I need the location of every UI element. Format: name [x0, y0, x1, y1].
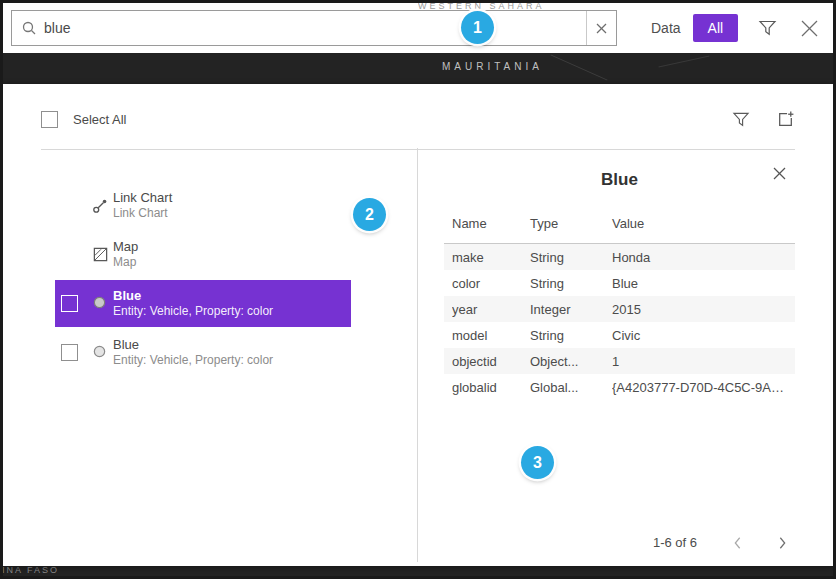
map-label-mauritania: MAURITANIA: [442, 61, 543, 72]
select-all-checkbox[interactable]: [41, 111, 58, 128]
close-search-button[interactable]: [799, 18, 820, 39]
cell-value: 1: [612, 354, 795, 369]
search-toolbar: WESTERN SAHARA Data All: [3, 3, 833, 53]
entity-circle-icon: [92, 344, 107, 359]
chevron-right-icon: [778, 536, 787, 550]
cell-value: Honda: [612, 250, 795, 265]
cell-type: String: [530, 328, 612, 343]
results-filter-button[interactable]: [732, 111, 750, 128]
cell-value: 2015: [612, 302, 795, 317]
item-subtitle: Map: [113, 255, 138, 270]
filter-icon: [732, 111, 750, 128]
list-item-text: Link Chart Link Chart: [113, 189, 172, 221]
details-panel: Blue Name Type Value make String Honda: [418, 148, 795, 566]
link-chart-icon: [92, 197, 109, 214]
prev-page-button[interactable]: [733, 536, 742, 550]
search-icon: [21, 20, 37, 36]
select-all-label: Select All: [73, 112, 126, 127]
item-checkbox[interactable]: [61, 344, 78, 361]
clear-search-button[interactable]: [587, 11, 616, 45]
cell-name: objectid: [452, 354, 530, 369]
list-item-text: Blue Entity: Vehicle, Property: color: [113, 336, 273, 368]
list-item-text: Blue Entity: Vehicle, Property: color: [113, 287, 273, 319]
item-title: Blue: [113, 336, 273, 353]
map-label-western-sahara: WESTERN SAHARA: [418, 1, 545, 9]
list-item-text: Map Map: [113, 238, 138, 270]
cell-value: Civic: [612, 328, 795, 343]
list-item-blue-selected[interactable]: Blue Entity: Vehicle, Property: color: [55, 280, 351, 327]
cell-name: year: [452, 302, 530, 317]
annotation-badge-3: 3: [521, 446, 554, 479]
clear-icon: [596, 23, 607, 34]
cell-value: {A4203777-D70D-4C5C-9A65-C...: [612, 380, 795, 395]
item-checkbox[interactable]: [61, 295, 78, 312]
list-item-map[interactable]: Map Map: [55, 231, 351, 278]
pagination: 1-6 of 6: [653, 535, 787, 550]
column-header-type: Type: [530, 216, 612, 231]
next-page-button[interactable]: [778, 536, 787, 550]
table-row[interactable]: color String Blue: [444, 270, 795, 296]
table-row[interactable]: make String Honda: [444, 244, 795, 270]
table-row[interactable]: model String Civic: [444, 322, 795, 348]
search-filter-button[interactable]: [758, 19, 777, 37]
item-subtitle: Link Chart: [113, 206, 172, 221]
item-title: Blue: [113, 287, 273, 304]
search-bar: [11, 10, 617, 46]
cell-name: model: [452, 328, 530, 343]
all-toggle-button[interactable]: All: [693, 14, 739, 42]
cell-type: String: [530, 276, 612, 291]
annotation-badge-2: 2: [353, 198, 386, 231]
item-subtitle: Entity: Vehicle, Property: color: [113, 304, 273, 319]
close-icon: [799, 18, 820, 39]
item-title: Map: [113, 238, 138, 255]
column-header-value: Value: [612, 216, 795, 231]
annotation-badge-1: 1: [461, 11, 494, 44]
cell-name: globalid: [452, 380, 530, 395]
data-toggle-button[interactable]: Data: [643, 14, 689, 42]
cell-type: Object...: [530, 354, 612, 369]
chevron-left-icon: [733, 536, 742, 550]
table-header: Name Type Value: [444, 216, 795, 244]
close-details-button[interactable]: [772, 166, 787, 181]
details-title: Blue: [444, 170, 795, 190]
item-subtitle: Entity: Vehicle, Property: color: [113, 353, 273, 368]
column-header-name: Name: [452, 216, 530, 231]
table-row[interactable]: globalid Global... {A4203777-D70D-4C5C-9…: [444, 374, 795, 400]
search-results-panel: Select All Link Chart: [3, 84, 833, 566]
map-icon: [92, 246, 109, 263]
panel-header: Select All: [3, 84, 833, 129]
pagination-label: 1-6 of 6: [653, 535, 697, 550]
cell-type: Integer: [530, 302, 612, 317]
map-background-bottom: BURKINA FASO: [3, 566, 833, 576]
table-row[interactable]: objectid Object... 1: [444, 348, 795, 374]
cell-name: color: [452, 276, 530, 291]
item-title: Link Chart: [113, 189, 172, 206]
cell-value: Blue: [612, 276, 795, 291]
app-screen: WESTERN SAHARA Data All: [0, 0, 836, 579]
map-label-burkina-faso: BURKINA FASO: [3, 566, 59, 575]
map-border-line: [550, 54, 607, 80]
properties-table: Name Type Value make String Honda color …: [444, 216, 795, 400]
table-row[interactable]: year Integer 2015: [444, 296, 795, 322]
entity-circle-icon: [92, 295, 107, 310]
cell-name: make: [452, 250, 530, 265]
list-item-blue[interactable]: Blue Entity: Vehicle, Property: color: [55, 329, 351, 376]
add-selection-button[interactable]: [776, 110, 795, 129]
list-item-link-chart[interactable]: Link Chart Link Chart: [55, 182, 351, 229]
cell-type: String: [530, 250, 612, 265]
search-input[interactable]: [44, 11, 586, 45]
add-selection-icon: [776, 110, 795, 129]
map-background-top: MAURITANIA: [3, 53, 833, 84]
close-icon: [772, 166, 787, 181]
filter-icon: [758, 19, 777, 37]
map-border-line: [658, 56, 709, 68]
cell-type: Global...: [530, 380, 612, 395]
